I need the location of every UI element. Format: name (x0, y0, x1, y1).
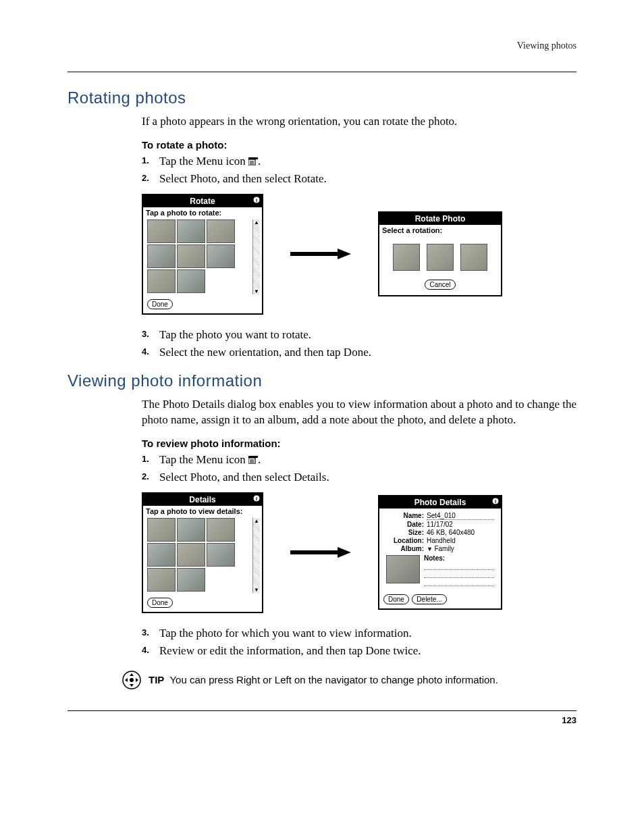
notes-field[interactable] (424, 563, 494, 570)
done-button[interactable]: Done (147, 299, 173, 309)
svg-marker-9 (338, 249, 351, 259)
photo-thumbnail[interactable] (207, 244, 235, 268)
rotate-panel-title: Rotate (190, 197, 215, 206)
figure-rotate: Rotate i Tap a photo to rotate: (142, 194, 576, 315)
info-icon[interactable]: i (252, 494, 261, 502)
info-icon[interactable]: i (491, 497, 500, 505)
rotate-photo-prompt: Select a rotation: (379, 225, 501, 237)
scrollbar[interactable]: ▲▼ (252, 219, 260, 294)
photo-thumbnail[interactable] (177, 219, 205, 243)
photo-thumbnail[interactable] (177, 518, 205, 542)
rotate-photo-title: Rotate Photo (415, 214, 466, 224)
rule-top (68, 72, 576, 72)
photo-thumbnail[interactable] (147, 543, 176, 567)
step-rotate-4: 4.Select the new orientation, and then t… (142, 346, 576, 359)
tip: TIP You can press Right or Left on the n… (122, 670, 576, 690)
photo-thumbnail[interactable] (147, 568, 176, 592)
album-dropdown[interactable]: ▼ Family (427, 545, 494, 552)
photo-thumbnail[interactable] (207, 219, 235, 243)
cancel-button[interactable]: Cancel (425, 280, 455, 290)
photo-thumbnail[interactable] (147, 518, 176, 542)
photo-thumbnail[interactable] (147, 269, 176, 293)
arrow-icon (290, 546, 351, 559)
running-head: Viewing photos (68, 41, 576, 51)
photo-details-title: Photo Details (414, 498, 466, 507)
svg-point-24 (130, 678, 134, 682)
rotation-option[interactable] (460, 244, 487, 271)
svg-text:i: i (256, 197, 257, 203)
step-rotate-1: 1. Tap the Menu icon . (142, 155, 576, 168)
figure-details: Details i Tap a photo to view details: (142, 492, 576, 613)
svg-marker-26 (130, 684, 134, 687)
subhead-to-review: To review photo information: (142, 438, 576, 449)
tip-text: TIP You can press Right or Left on the n… (149, 674, 498, 685)
navigator-icon (122, 670, 142, 690)
arrow-icon (290, 247, 351, 261)
step-rotate-1-text-b: . (258, 155, 261, 167)
page-number: 123 (68, 710, 576, 725)
info-icon[interactable]: i (252, 196, 261, 204)
rotate-panel-prompt: Tap a photo to rotate: (143, 207, 262, 219)
rotation-option[interactable] (427, 244, 454, 271)
photo-thumbnail[interactable] (177, 244, 205, 268)
photo-thumbnail[interactable] (177, 568, 205, 592)
step-rotate-2: 2. Select Photo, and then select Rotate. (142, 172, 576, 186)
step-review-3: 3.Tap the photo for which you want to vi… (142, 627, 576, 640)
notes-field[interactable] (424, 571, 494, 578)
svg-text:i: i (495, 498, 496, 504)
rotate-thumbnails-panel: Rotate i Tap a photo to rotate: (142, 194, 263, 315)
value-name[interactable]: Set4_010 (427, 512, 494, 520)
scrollbar[interactable]: ▲▼ (252, 518, 260, 593)
photo-thumbnail[interactable] (147, 219, 176, 243)
svg-text:i: i (256, 496, 257, 502)
details-panel-prompt: Tap a photo to view details: (143, 506, 262, 518)
done-button[interactable]: Done (383, 594, 409, 604)
photo-thumbnail[interactable] (207, 518, 235, 542)
photo-details-panel: Photo Details i Name:Set4_010 Date:11/17… (378, 495, 502, 610)
subhead-to-rotate: To rotate a photo: (142, 139, 576, 151)
step-review-4: 4.Review or edit the information, and th… (142, 644, 576, 658)
value-location: Handheld (427, 537, 494, 544)
details-thumbnails-panel: Details i Tap a photo to view details: (142, 492, 263, 613)
photo-thumbnail[interactable] (207, 543, 235, 567)
label-notes: Notes: (424, 554, 445, 562)
svg-marker-28 (136, 678, 138, 682)
rotate-photo-panel: Rotate Photo Select a rotation: Cancel (378, 211, 502, 296)
label-location: Location: (386, 537, 424, 544)
svg-marker-19 (338, 547, 351, 558)
intro-rotating: If a photo appears in the wrong orientat… (142, 114, 576, 130)
step-rotate-3: 3.Tap the photo you want to rotate. (142, 328, 576, 342)
details-panel-title: Details (189, 495, 215, 504)
done-button[interactable]: Done (147, 598, 173, 608)
tip-label: TIP (149, 674, 164, 685)
step-review-2: 2.Select Photo, and then select Details. (142, 471, 576, 484)
svg-marker-25 (130, 673, 134, 676)
label-name: Name: (386, 512, 424, 520)
delete-button[interactable]: Delete... (412, 594, 446, 604)
intro-viewing-info: The Photo Details dialog box enables you… (142, 397, 576, 428)
label-date: Date: (386, 521, 424, 528)
photo-preview (386, 555, 420, 583)
menu-icon (248, 454, 258, 462)
value-size: 46 KB, 640x480 (427, 529, 494, 536)
photo-thumbnail[interactable] (147, 244, 176, 268)
value-date: 11/17/02 (427, 521, 494, 528)
svg-marker-27 (125, 678, 128, 682)
photo-thumbnail[interactable] (177, 269, 205, 293)
label-album: Album: (386, 545, 424, 552)
heading-viewing-info: Viewing photo information (68, 371, 576, 390)
photo-thumbnail[interactable] (177, 543, 205, 567)
menu-icon (248, 155, 258, 163)
step-rotate-1-text-a: Tap the Menu icon (159, 155, 248, 167)
label-size: Size: (386, 529, 424, 536)
heading-rotating-photos: Rotating photos (68, 88, 576, 107)
notes-field[interactable] (424, 579, 494, 586)
step-review-1: 1. Tap the Menu icon . (142, 453, 576, 467)
rotation-option[interactable] (393, 244, 420, 271)
